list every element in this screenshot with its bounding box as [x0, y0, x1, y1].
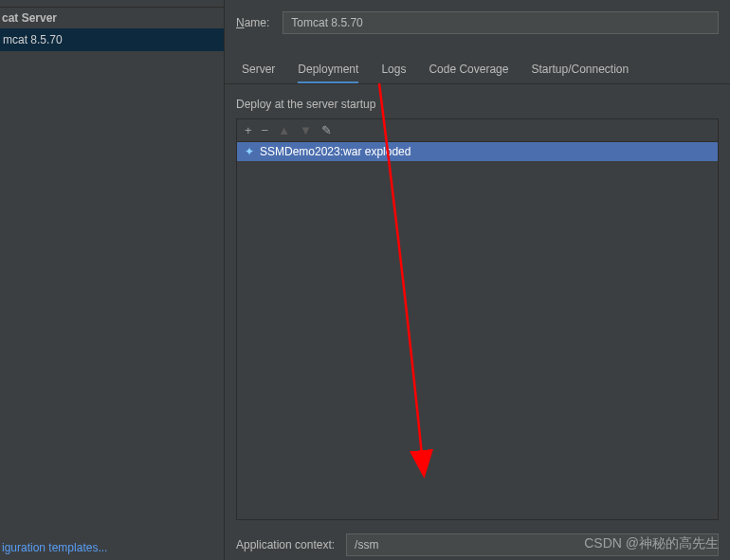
- application-context-row: Application context:: [225, 520, 730, 560]
- name-label: Name:: [236, 16, 269, 29]
- configuration-templates-link[interactable]: iguration templates...: [0, 535, 224, 560]
- main-panel: Name: Server Deployment Logs Code Covera…: [225, 0, 730, 560]
- artifact-list[interactable]: ✦ SSMDemo2023:war exploded: [236, 141, 719, 520]
- tab-startup-connection[interactable]: Startup/Connection: [531, 63, 629, 83]
- artifact-toolbar: + − ▲ ▼ ✎: [236, 118, 719, 141]
- tree-header-server[interactable]: cat Server: [0, 8, 224, 28]
- up-icon[interactable]: ▲: [278, 123, 290, 137]
- tab-deployment[interactable]: Deployment: [298, 63, 358, 83]
- artifact-label: SSMDemo2023:war exploded: [260, 145, 411, 158]
- tree-item-tomcat[interactable]: mcat 8.5.70: [0, 28, 224, 51]
- application-context-label: Application context:: [236, 538, 335, 551]
- artifact-icon: ✦: [245, 145, 254, 158]
- tab-server[interactable]: Server: [242, 63, 275, 83]
- sidebar-toolbar: [0, 0, 224, 8]
- tabs: Server Deployment Logs Code Coverage Sta…: [225, 45, 730, 84]
- name-row: Name:: [225, 8, 730, 45]
- tab-code-coverage[interactable]: Code Coverage: [429, 63, 508, 83]
- artifact-row[interactable]: ✦ SSMDemo2023:war exploded: [237, 142, 718, 161]
- application-context-input[interactable]: [346, 533, 719, 556]
- add-icon[interactable]: +: [245, 123, 252, 137]
- sidebar: cat Server mcat 8.5.70 iguration templat…: [0, 0, 225, 560]
- down-icon[interactable]: ▼: [300, 123, 312, 137]
- deployment-section: Deploy at the server startup + − ▲ ▼ ✎ ✦…: [236, 92, 719, 520]
- name-input[interactable]: [283, 11, 719, 34]
- tab-logs[interactable]: Logs: [381, 63, 406, 83]
- edit-icon[interactable]: ✎: [321, 123, 332, 137]
- remove-icon[interactable]: −: [262, 123, 269, 137]
- deploy-heading: Deploy at the server startup: [236, 92, 719, 118]
